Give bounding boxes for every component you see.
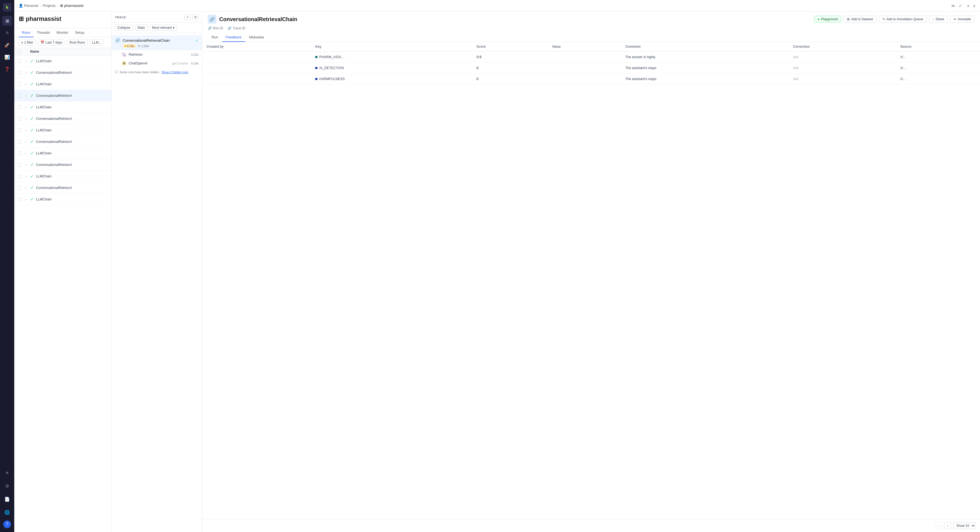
breadcrumb: 👤 Personal › Projects › ⊞ pharmassist ≫ … (14, 0, 980, 11)
run-id-link[interactable]: 🔗 Run ID (208, 26, 223, 30)
feedback-key-3: HARMFULNESS (315, 77, 468, 81)
filter-chip-count[interactable]: ≡ 1 filter (19, 40, 36, 46)
detail-tabs: Run Feedback Metadata (208, 33, 975, 42)
next-page-btn[interactable]: › (944, 522, 951, 529)
row-checkbox[interactable] (18, 82, 21, 86)
status-icon: ✓ (30, 139, 34, 144)
row-checkbox[interactable] (18, 117, 21, 121)
table-row[interactable]: › ✓ ConversationalRetrievA (14, 67, 111, 78)
table-row[interactable]: › ✓ ConversationalRetrievA (14, 136, 111, 148)
layout-trace-btn[interactable]: ⊡ (192, 14, 199, 20)
breadcrumb-projects[interactable]: Projects (43, 3, 56, 8)
trace-main-item[interactable]: 🔗 ConversationalRetrievalChain ✓ 6.58s ⟳… (112, 35, 202, 50)
expand-icon[interactable]: › (24, 94, 28, 97)
expand-icon[interactable]: ⤢ (959, 3, 962, 8)
row-checkbox[interactable] (18, 140, 21, 144)
expand-icon[interactable]: › (24, 117, 28, 121)
trace-main-name: ConversationalRetrievalChain (123, 38, 193, 43)
stats-btn[interactable]: Stats (135, 25, 147, 31)
run-name: ConversationalRetrievA (36, 186, 108, 190)
sidebar-icon-rocket[interactable]: 🚀 (2, 40, 12, 50)
row-checkbox[interactable] (18, 105, 21, 109)
row-checkbox[interactable] (18, 151, 21, 155)
annotate-btn[interactable]: ✏ Annotate (950, 16, 975, 23)
prev-page-btn[interactable]: ‹ (935, 522, 942, 529)
table-row[interactable]: › ✓ LLMChain (14, 102, 111, 113)
app-logo[interactable]: 🦜 (3, 3, 11, 11)
sidebar-icon-globe[interactable]: 🌐 (2, 507, 12, 517)
expand-icon[interactable]: › (24, 186, 28, 189)
row-checkbox[interactable] (18, 175, 21, 178)
trace-sub-item-retriever[interactable]: 🔍 Retriever 0.22s (112, 50, 202, 59)
collapse-btn[interactable]: Collapse (115, 25, 133, 31)
table-row[interactable]: › ✓ LLMChain (14, 124, 111, 136)
sidebar-icon-user[interactable]: ? (3, 521, 11, 528)
sidebar-icon-edit[interactable]: ✎ (2, 28, 12, 38)
show-select[interactable]: Show 10 (953, 522, 975, 529)
add-dataset-btn[interactable]: ⊞ Add to Dataset (843, 16, 876, 23)
table-row[interactable]: › ✓ LLMChain (14, 194, 111, 205)
share-btn[interactable]: ↑ Share (929, 16, 948, 23)
expand-icon[interactable]: › (24, 152, 28, 155)
row-checkbox[interactable] (18, 197, 21, 201)
table-row[interactable]: › ✓ ConversationalRetrievA (14, 113, 111, 124)
tab-feedback[interactable]: Feedback (222, 33, 245, 42)
breadcrumb-pharmassist[interactable]: ⊞ pharmassist (60, 3, 83, 8)
row-checkbox[interactable] (18, 128, 21, 132)
table-row[interactable]: › ✓ ConversationalRetrievA (14, 90, 111, 102)
add-annotation-btn[interactable]: ✎ Add to Annotation Queue (879, 16, 927, 23)
chatai-icon: ⚙ (121, 61, 126, 66)
row-checkbox[interactable] (18, 71, 21, 75)
sidebar-icon-gear[interactable]: ⚙ (2, 481, 12, 491)
tab-metadata[interactable]: Metadata (245, 33, 268, 42)
expand-icon[interactable]: › (24, 106, 28, 109)
show-hidden-link[interactable]: Show 2 hidden runs (162, 70, 188, 74)
tab-threads[interactable]: Threads (33, 28, 53, 37)
tab-setup[interactable]: Setup (72, 28, 88, 37)
tab-run[interactable]: Run (208, 33, 222, 42)
detail-panel: 🔗 ConversationalRetrievalChain ● Playgro… (202, 11, 980, 532)
trace-id-link[interactable]: 🔗 Trace ID (228, 26, 245, 30)
row-checkbox[interactable] (18, 186, 21, 190)
trace-sub-item-chatai[interactable]: ⚙ ChatOpenAI gpt-3.5-turbo 6.19s (112, 59, 202, 68)
breadcrumb-personal[interactable]: 👤 Personal (19, 3, 38, 8)
annotate-icon: ✏ (954, 17, 956, 21)
next-icon[interactable]: ∨ (973, 3, 975, 8)
filter-chip-llm[interactable]: LLM... (90, 40, 104, 46)
expand-icon[interactable]: › (24, 71, 28, 74)
expand-icon[interactable]: › (24, 175, 28, 178)
table-row[interactable]: › ✓ LLMChain (14, 78, 111, 90)
row-checkbox[interactable] (18, 94, 21, 98)
sidebar-icon-chart[interactable]: 📊 (2, 52, 12, 62)
tab-monitor[interactable]: Monitor (53, 28, 72, 37)
expand-icon[interactable]: › (24, 140, 28, 143)
table-row[interactable]: › ✓ ConversationalRetrievA (14, 182, 111, 194)
filter-chip-rootruns[interactable]: Root Runs (67, 40, 88, 46)
info-icon: ⓘ (115, 70, 118, 74)
expand-icon[interactable]: › (24, 129, 28, 132)
expand-trace-btn[interactable]: ⤢ (185, 14, 191, 20)
expand-icon[interactable]: › (24, 198, 28, 201)
table-row[interactable]: › ✓ LLMChain (14, 171, 111, 182)
row-checkbox[interactable] (18, 59, 21, 63)
tab-runs[interactable]: Runs (19, 28, 33, 37)
table-row[interactable]: › ✓ LLMChain (14, 56, 111, 67)
cell-comment-2: The assistant's respo (621, 62, 789, 73)
row-checkbox[interactable] (18, 163, 21, 167)
sidebar-icon-help[interactable]: ❓ (2, 64, 12, 74)
expand-icon[interactable]: › (24, 83, 28, 86)
select-all-checkbox[interactable] (18, 50, 21, 54)
playground-btn[interactable]: ● Playground (814, 16, 841, 23)
most-relevant-btn[interactable]: Most relevant ▾ (150, 25, 177, 31)
sidebar-icon-sun[interactable]: ☀ (2, 468, 12, 478)
run-name: LLMChain (36, 151, 108, 155)
expand-icon[interactable]: › (24, 163, 28, 167)
expand-icon[interactable]: › (24, 59, 28, 63)
sidebar-icon-grid[interactable]: ⊞ (2, 16, 12, 26)
prev-icon[interactable]: ∧ (967, 3, 970, 8)
filter-chip-date[interactable]: 📅 Last 7 days (38, 40, 65, 46)
table-row[interactable]: › ✓ LLMChain (14, 148, 111, 159)
table-row[interactable]: › ✓ ConversationalRetrievA (14, 159, 111, 171)
sidebar-icon-doc[interactable]: 📄 (2, 494, 12, 504)
collapse-sidebar-icon[interactable]: ≫ (951, 3, 955, 8)
